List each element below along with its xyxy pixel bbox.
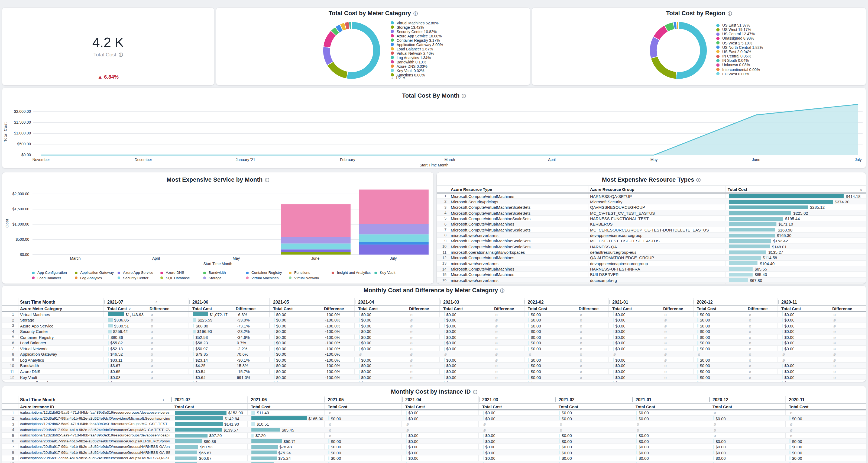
area-chart[interactable] — [2, 88, 866, 168]
table-row[interactable]: 5/subscriptions/12d2db62-5aa9-471d-84bb-… — [2, 433, 866, 438]
table-row[interactable]: 4/subscriptions/20d6a917-99fa-4b1b-9b2e-… — [2, 427, 866, 433]
table-row[interactable]: 10/subscriptions/20d6a917-99fa-4b1b-9b2e… — [2, 461, 866, 463]
table-row[interactable]: 10Microsoft.Compute/virtualMachineScaleS… — [437, 244, 866, 250]
table-row[interactable]: 9Log Analytics$33.11ø$23.14-30.1%$0.00-1… — [2, 357, 866, 363]
table-row[interactable]: 2Microsoft.Security/pricingsMicrosoft.Se… — [437, 199, 866, 205]
col-header-difference[interactable]: Difference — [150, 306, 169, 311]
legend-item[interactable]: IN South 0.04% — [716, 59, 749, 62]
table-row[interactable]: 5Microsoft.Compute/virtualMachineScaleSe… — [437, 216, 866, 222]
col-header-total-cost[interactable]: Total Cost — [636, 404, 655, 409]
col-header-total-cost[interactable]: Total Cost — [358, 306, 378, 311]
table-row[interactable]: 9Microsoft.Compute/virtualMachineScaleSe… — [437, 238, 866, 244]
table-row[interactable]: 1/subscriptions/12d2db62-5aa9-471d-84bb-… — [2, 410, 866, 415]
legend-item[interactable]: Functions — [289, 270, 310, 274]
legend-item[interactable]: Virtual Machines — [246, 276, 279, 280]
legend-item[interactable]: Log Analytics 1.34% — [391, 56, 431, 59]
table-row[interactable]: 7Microsoft.Compute/virtualMachineScaleSe… — [437, 227, 866, 233]
legend-item[interactable]: Virtual Network — [289, 276, 319, 280]
page-up-icon[interactable]: ▲ — [391, 77, 394, 80]
table-row[interactable]: 11Azure DNS$0.65ø$0.54-15.7%$0.00-100.0%… — [2, 369, 866, 374]
legend-item[interactable]: Azure DNS — [160, 270, 184, 274]
table-row[interactable]: 6Microsoft.Compute/virtualMachinesKERBER… — [437, 222, 866, 227]
col-header-total-cost[interactable]: Total Cost — [192, 306, 212, 311]
table-row[interactable]: 15Microsoft.Compute/virtualMachinesBUILD… — [437, 272, 866, 278]
table-row[interactable]: 8microsoft.web/serverfarmsdevappservicer… — [437, 233, 866, 238]
col-header-total-cost[interactable]: Total Cost — [328, 404, 347, 409]
table-row[interactable]: 2Storage$336.85ø$225.59-33.0%$0.00-100.0… — [2, 317, 866, 323]
col-header-difference[interactable]: Difference — [663, 306, 683, 311]
table-row[interactable]: 2/subscriptions/20d6a917-99fa-4b1b-9b2e-… — [2, 415, 866, 421]
legend-item[interactable]: Application Gateway 3.00% — [391, 42, 443, 46]
col-header-total-cost[interactable]: Total Cost — [175, 404, 194, 409]
col-header-total-cost[interactable]: Total Cost — [713, 404, 732, 409]
table-row[interactable]: 3Azure App Service$330.51ø$88.80-73.1%$0… — [2, 323, 866, 328]
col-header-total-cost[interactable]: Total Cost — [482, 404, 502, 409]
legend-item[interactable]: Azure DNS 0.03% — [391, 64, 428, 68]
legend-item[interactable]: IN Central 0.06% — [716, 54, 751, 58]
col-header-total-cost[interactable]: Total Cost — [612, 306, 632, 311]
legend-item[interactable]: Azure App Service — [118, 270, 153, 274]
table-row[interactable]: 1Microsoft.Compute/virtualMachinesHARNES… — [437, 193, 866, 199]
col-header-difference[interactable]: Difference — [494, 306, 514, 311]
table-row[interactable]: 6/subscriptions/20d6a917-99fa-4b1b-9b2e-… — [2, 438, 866, 444]
col-header-total-cost[interactable]: Total Cost — [528, 306, 547, 311]
col-header-difference[interactable]: Difference — [236, 306, 255, 311]
chevron-left-icon[interactable]: ‹ — [155, 299, 157, 305]
table-row[interactable]: 10Bandwidth$3.67ø$4.2515.8%$0.00-100.0%$… — [2, 363, 866, 369]
legend-item[interactable]: Security Center — [118, 276, 149, 280]
col-header-total-cost[interactable]: Total Cost — [789, 404, 808, 409]
info-icon[interactable]: i — [118, 53, 123, 57]
table-row[interactable]: 4Security Center$256.42ø$196.90-23.2%$0.… — [2, 328, 866, 334]
legend-item[interactable]: Container Registry 3.17% — [391, 38, 440, 42]
table-row[interactable]: 5Container Registry$80.36ø$52.53-34.6%$0… — [2, 334, 866, 340]
col-header-total-cost[interactable]: Total Cost — [697, 306, 716, 311]
table-row[interactable]: 16microsoft.web/serverfarmsdocexample-rg… — [437, 278, 866, 283]
legend-item[interactable]: Unknown 0.03% — [716, 63, 750, 67]
legend-item[interactable]: EU West 0.00% — [716, 72, 749, 76]
legend-item[interactable]: Azure App Service 10.00% — [391, 34, 442, 38]
table-row[interactable]: 13microsoft.web/serverfarmsdevappservice… — [437, 261, 866, 266]
col-header-total-cost[interactable]: Total Cost — [781, 306, 801, 311]
col-header-difference[interactable]: Difference — [579, 306, 598, 311]
table-row[interactable]: 3/subscriptions/12d2db62-5aa9-471d-84bb-… — [2, 421, 866, 427]
legend-item[interactable]: SQL Database — [160, 276, 190, 280]
col-header-total-cost[interactable]: Total Cost — [443, 306, 463, 311]
table-row[interactable]: 7Virtual Network$52.13ø$50.97-2.2%$0.00-… — [2, 346, 866, 352]
table-row[interactable]: 12Key Vault$0.08ø$0.64691.0%$0.00-100.0%… — [2, 374, 866, 380]
legend-item[interactable]: US Central 12.47% — [716, 32, 755, 36]
legend-item[interactable]: Unassigned 8.93% — [716, 37, 754, 40]
legend-item[interactable]: US North Central 1.82% — [716, 46, 763, 49]
col-header-total-cost[interactable]: Total Cost — [405, 404, 425, 409]
sort-icon[interactable]: ∨ — [128, 308, 131, 311]
legend-item[interactable]: Container Registry — [246, 270, 282, 274]
col-header-difference[interactable]: Difference — [324, 306, 344, 311]
legend-item[interactable]: Virtual Network 2.46% — [391, 51, 434, 55]
legend-item[interactable]: Key Vault — [374, 270, 395, 274]
legend-item[interactable]: Application Gateway — [75, 270, 114, 274]
legend-item[interactable]: Insight and Analytics — [332, 270, 371, 274]
col-header-total-cost[interactable]: Total Cost — [273, 306, 292, 311]
col-header-total-cost[interactable]: Total Cost — [251, 404, 270, 409]
col-header-difference[interactable]: Difference — [748, 306, 768, 311]
chevron-left-icon[interactable]: ‹ — [162, 397, 164, 402]
legend-item[interactable]: Load Balancer 2.67% — [391, 47, 433, 51]
table-row[interactable]: 8/subscriptions/20d6a917-99fa-4b1b-9b2e-… — [2, 450, 866, 455]
table-row[interactable]: 3Microsoft.Compute/virtualMachineScaleSe… — [437, 204, 866, 210]
page-down-icon[interactable]: ▼ — [402, 77, 406, 80]
col-header-difference[interactable]: Difference — [409, 306, 429, 311]
col-header-difference[interactable]: Difference — [832, 306, 852, 311]
legend-item[interactable]: Security Center 10.82% — [391, 30, 437, 33]
legend-item[interactable]: Virtual Machines 52.88% — [391, 21, 439, 25]
legend-item[interactable]: US West 2 5.18% — [716, 41, 752, 45]
table-row[interactable]: 11microsoft.operationalinsights/workspac… — [437, 250, 866, 255]
legend-item[interactable]: Bandwidth — [203, 270, 226, 274]
table-row[interactable]: 8Application Gateway$46.52ø$79.3570.6%$0… — [2, 352, 866, 357]
table-row[interactable]: 6Load Balancer$55.82ø$56.230.7%$0.00-100… — [2, 340, 866, 346]
col-header-total-cost[interactable]: Total Cost — [559, 404, 578, 409]
legend-item[interactable]: App Configuration — [32, 270, 67, 274]
legend-item[interactable]: US East 2 0.94% — [716, 50, 751, 54]
legend-item[interactable]: Load Balancer — [32, 276, 61, 280]
table-row[interactable]: 13App Configuration$0.00ø$0.00ø$0.00ø$0.… — [2, 380, 866, 382]
legend-item[interactable]: US West 19.17% — [716, 28, 751, 31]
table-row[interactable]: 9/subscriptions/20d6a917-99fa-4b1b-9b2e-… — [2, 455, 866, 461]
